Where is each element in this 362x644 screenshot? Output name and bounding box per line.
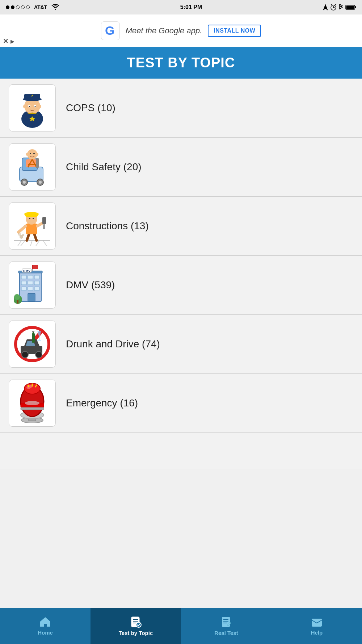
svg-point-26: [26, 153, 28, 156]
help-icon: [311, 616, 323, 627]
svg-rect-58: [34, 281, 39, 285]
svg-point-92: [25, 401, 39, 405]
status-left: AT&T: [6, 4, 59, 11]
carrier-label: AT&T: [34, 4, 47, 10]
real-test-icon: [220, 616, 232, 628]
topic-label-dmv: DMV (539): [66, 279, 115, 291]
signal-dot-4: [21, 5, 25, 9]
status-time: 5:01 PM: [180, 4, 202, 11]
tab-item-test-by-topic[interactable]: Test by Topic: [90, 608, 181, 644]
svg-rect-36: [36, 158, 39, 168]
tab-bar: Home Test by Topic Real Test Hel: [0, 608, 362, 644]
ad-banner: ✕ ▶ G Meet the Google app. INSTALL NOW: [0, 14, 362, 47]
install-button[interactable]: INSTALL NOW: [208, 25, 261, 37]
topic-icon-drunk-drive: [9, 321, 56, 368]
topic-item-dmv[interactable]: DMV DMV (539): [0, 256, 362, 315]
test-by-topic-icon: [130, 616, 142, 628]
emergency-icon: [14, 383, 50, 423]
svg-rect-6: [355, 6, 356, 8]
cop-icon: [14, 88, 50, 128]
signal-dot-1: [6, 5, 9, 9]
svg-point-25: [33, 153, 35, 154]
svg-point-19: [39, 105, 41, 108]
topic-icon-dmv: DMV: [9, 262, 56, 309]
ad-play-button[interactable]: ▶: [10, 38, 14, 44]
svg-rect-56: [21, 281, 26, 285]
topic-item-constructions[interactable]: Constructions (13): [0, 197, 362, 256]
topic-label-child-safety: Child Safety (20): [66, 161, 142, 173]
ad-close-button[interactable]: ✕: [3, 37, 8, 45]
signal-dot-5: [26, 5, 30, 9]
svg-point-67: [14, 294, 20, 300]
child-safety-icon: [14, 147, 50, 187]
svg-rect-39: [26, 223, 37, 234]
tab-label-test-by-topic: Test by Topic: [119, 630, 153, 636]
status-bar: AT&T 5:01 PM: [0, 0, 362, 14]
status-right: [323, 4, 356, 11]
battery-icon: [345, 4, 356, 10]
svg-rect-7: [346, 6, 354, 9]
svg-point-50: [18, 233, 21, 236]
topic-icon-child-safety: [9, 143, 56, 191]
construction-icon: [14, 206, 50, 246]
topic-label-emergency: Emergency (16): [66, 397, 138, 409]
ad-text: Meet the Google app.: [126, 26, 202, 35]
home-icon: [39, 616, 51, 627]
tab-item-home[interactable]: Home: [0, 608, 90, 644]
svg-rect-53: [21, 275, 26, 279]
svg-point-48: [33, 218, 34, 219]
svg-line-4: [335, 4, 336, 5]
topic-icon-emergency: [9, 380, 56, 427]
topic-icon-cops: [9, 84, 56, 131]
tab-label-home: Home: [38, 630, 53, 636]
svg-line-40: [18, 226, 26, 232]
page-header: TEST BY TOPIC: [0, 47, 362, 79]
topic-icon-constructions: [9, 202, 56, 250]
topic-label-drunk-drive: Drunk and Drive (74): [66, 338, 160, 350]
svg-point-75: [35, 351, 42, 358]
svg-point-34: [23, 181, 26, 184]
svg-point-23: [27, 149, 37, 159]
ad-content: G Meet the Google app. INSTALL NOW: [7, 21, 355, 40]
svg-rect-46: [25, 213, 38, 217]
svg-point-47: [29, 218, 30, 219]
topic-item-emergency[interactable]: Emergency (16): [0, 374, 362, 433]
svg-point-35: [39, 181, 42, 184]
svg-rect-76: [32, 333, 35, 343]
ad-close-area: ✕ ▶: [3, 37, 14, 45]
signal-dot-3: [16, 5, 20, 9]
svg-point-24: [30, 153, 31, 154]
topic-item-child-safety[interactable]: Child Safety (20): [0, 138, 362, 197]
svg-rect-68: [17, 300, 18, 304]
page-title: TEST BY TOPIC: [0, 55, 362, 71]
wifi-icon: [51, 4, 59, 11]
svg-rect-60: [28, 287, 33, 290]
tab-item-help[interactable]: Help: [272, 608, 362, 644]
svg-point-27: [36, 153, 38, 156]
topic-item-cops[interactable]: COPS (10): [0, 79, 362, 138]
svg-rect-55: [34, 275, 39, 279]
alarm-icon: [330, 4, 337, 11]
topic-label-cops: COPS (10): [66, 102, 115, 114]
location-icon: [323, 4, 328, 11]
bluetooth-icon: [339, 4, 343, 11]
svg-rect-59: [21, 287, 26, 290]
svg-rect-61: [34, 287, 39, 290]
svg-point-16: [29, 106, 30, 107]
svg-point-74: [22, 351, 28, 358]
google-logo: G: [101, 21, 120, 40]
svg-point-18: [23, 105, 25, 108]
tab-item-real-test[interactable]: Real Test: [181, 608, 272, 644]
svg-text:G: G: [105, 24, 114, 37]
tab-label-real-test: Real Test: [214, 630, 238, 636]
svg-line-3: [331, 4, 332, 5]
svg-point-51: [22, 234, 24, 236]
topic-list: COPS (10): [0, 79, 362, 469]
drunk-drive-icon: [14, 324, 50, 364]
topic-item-drunk-drive[interactable]: Drunk and Drive (74): [0, 315, 362, 374]
dmv-icon: DMV: [14, 265, 50, 305]
svg-rect-43: [43, 224, 45, 229]
svg-rect-42: [42, 217, 46, 224]
svg-text:DMV: DMV: [23, 269, 30, 273]
svg-rect-91: [21, 407, 44, 410]
